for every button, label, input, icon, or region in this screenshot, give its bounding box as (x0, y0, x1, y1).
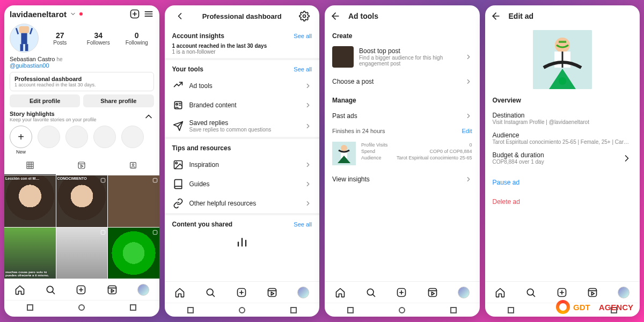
back-arrow-icon[interactable] (330, 11, 341, 21)
android-back-icon[interactable] (508, 307, 514, 313)
nav-home-icon[interactable] (335, 287, 346, 298)
insight-line1: 1 account reached in the last 30 days (172, 43, 267, 49)
nav-reels-icon[interactable] (427, 287, 438, 298)
page-title: Professional dashboard (194, 12, 291, 20)
post-thumbnail[interactable] (56, 228, 108, 279)
tool-branded-content[interactable]: Branded content (165, 96, 320, 115)
nav-profile-avatar[interactable] (137, 284, 149, 296)
stat-followers[interactable]: 34Followers (82, 31, 116, 46)
svg-line-47 (213, 294, 215, 296)
reel-icon (100, 229, 106, 235)
linked-handle[interactable]: @guibastian00 (10, 62, 49, 69)
pause-ad-button[interactable]: Pause ad (493, 179, 520, 186)
nav-search-icon[interactable] (205, 287, 216, 298)
post-thumbnail[interactable]: muchas cosas pero solo tú puedes ofrecer… (4, 228, 56, 279)
choose-post[interactable]: Choose a post (325, 72, 480, 91)
delete-ad-button[interactable]: Delete ad (493, 198, 520, 206)
profile-username[interactable]: lavidaeneltarot (10, 10, 67, 19)
back-icon[interactable] (170, 11, 189, 21)
edit-link[interactable]: Edit (462, 128, 472, 134)
chevron-down-icon[interactable] (70, 11, 76, 17)
android-home-icon[interactable] (399, 307, 405, 313)
row-destination[interactable]: DestinationVisit Instagram Profile | @la… (485, 108, 640, 128)
tab-grid[interactable] (4, 158, 56, 175)
svg-rect-22 (101, 178, 105, 182)
see-all-link[interactable]: See all (294, 221, 312, 228)
profile-avatar[interactable] (10, 24, 39, 53)
row-budget-duration[interactable]: Budget & durationCOP8,884 over 1 day (485, 148, 640, 168)
row-audience[interactable]: AudienceTarot Espiritual conocimiento 25… (485, 128, 640, 148)
nav-reels-icon[interactable] (107, 284, 118, 295)
tip-other[interactable]: Other helpful resources (165, 194, 320, 213)
tool-saved-replies[interactable]: Saved repliesSave replies to common ques… (165, 115, 320, 137)
past-ads[interactable]: Past ads (325, 106, 480, 126)
post-thumbnail (332, 46, 354, 68)
stat-posts[interactable]: 27Posts (43, 31, 77, 46)
android-home-icon[interactable] (239, 307, 245, 313)
tip-guides[interactable]: Guides (165, 174, 320, 194)
story-highlights-title: Story highlights (10, 111, 97, 117)
nav-create-icon[interactable] (557, 287, 567, 298)
svg-point-34 (303, 15, 306, 18)
post-thumbnail[interactable] (108, 175, 159, 227)
settings-gear-icon[interactable] (295, 11, 314, 21)
chart-icon (235, 233, 250, 248)
android-back-icon[interactable] (187, 307, 194, 313)
nav-search-icon[interactable] (525, 287, 536, 298)
nav-reels-icon[interactable] (587, 287, 598, 298)
gdt-logo-icon (556, 300, 570, 314)
see-all-link[interactable]: See all (294, 66, 312, 72)
hamburger-menu-icon[interactable] (143, 9, 154, 19)
svg-line-74 (533, 294, 535, 296)
nav-create-icon[interactable] (396, 287, 407, 298)
running-ad-card[interactable]: Profile Visits0 SpendCOP0 of COP8,884 Au… (325, 137, 480, 170)
svg-rect-23 (153, 178, 157, 182)
section-account-insights: Account insights (172, 32, 294, 40)
nav-profile-avatar[interactable] (297, 287, 309, 298)
post-thumbnail[interactable] (108, 228, 159, 279)
professional-dashboard-card[interactable]: Professional dashboard 1 account reached… (10, 72, 154, 91)
nav-create-icon[interactable] (76, 284, 86, 295)
watermark-logo: GDT AGENCY (556, 300, 633, 314)
tip-inspiration[interactable]: Inspiration (165, 155, 320, 174)
chevron-right-icon (304, 198, 312, 209)
nav-profile-avatar[interactable] (458, 287, 470, 298)
highlight-placeholder (121, 126, 144, 155)
android-home-icon[interactable] (78, 304, 85, 311)
post-thumbnail[interactable]: CONOCIMIENTO (56, 175, 108, 227)
chevron-right-icon (304, 80, 312, 91)
nav-search-icon[interactable] (45, 284, 56, 295)
android-recents-icon[interactable] (130, 304, 136, 311)
android-recents-icon[interactable] (290, 307, 297, 313)
post-thumbnail[interactable]: Lección con el M… (4, 175, 56, 227)
see-all-link[interactable]: See all (294, 33, 312, 39)
android-recents-icon[interactable] (450, 307, 457, 313)
nav-search-icon[interactable] (365, 287, 376, 298)
svg-marker-65 (431, 292, 434, 295)
view-insights[interactable]: View insights (325, 170, 480, 189)
tab-tagged[interactable] (107, 158, 159, 175)
nav-home-icon[interactable] (495, 287, 506, 298)
chevron-up-icon[interactable] (143, 111, 154, 122)
branded-icon (172, 100, 184, 111)
android-back-icon[interactable] (27, 304, 33, 311)
nav-create-icon[interactable] (236, 287, 247, 298)
back-arrow-icon[interactable] (491, 11, 501, 21)
tool-ad-tools[interactable]: Ad tools (165, 76, 320, 96)
android-back-icon[interactable] (347, 307, 354, 313)
svg-rect-24 (101, 230, 105, 235)
chevron-right-icon (465, 76, 472, 87)
page-title: Ad tools (348, 12, 378, 20)
nav-home-icon[interactable] (174, 287, 185, 298)
nav-profile-avatar[interactable] (618, 287, 630, 298)
create-post-icon[interactable] (129, 9, 140, 19)
nav-reels-icon[interactable] (267, 287, 277, 298)
share-profile-button[interactable]: Share profile (83, 94, 153, 107)
nav-home-icon[interactable] (14, 284, 25, 295)
section-content-shared: Content you shared (172, 221, 294, 228)
tab-reels[interactable] (56, 158, 107, 175)
stat-following[interactable]: 0Following (120, 31, 154, 46)
boost-top-post[interactable]: Boost top postFind a bigger audience for… (325, 42, 480, 72)
edit-profile-button[interactable]: Edit profile (10, 94, 80, 107)
new-highlight-button[interactable]: +New (10, 126, 32, 155)
